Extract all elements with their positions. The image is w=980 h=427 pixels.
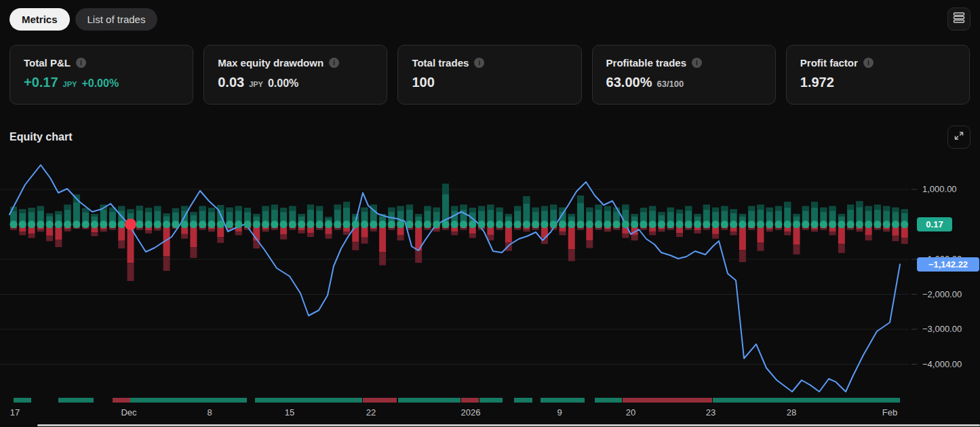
trade-dot[interactable] <box>559 221 566 228</box>
trade-dot[interactable] <box>703 221 710 228</box>
trade-dot[interactable] <box>262 221 269 228</box>
trade-dot[interactable] <box>604 221 611 228</box>
trade-dot[interactable] <box>658 221 665 228</box>
trade-dot[interactable] <box>793 221 800 228</box>
horizontal-scrollbar[interactable] <box>37 424 980 426</box>
trade-dot[interactable] <box>667 221 674 228</box>
trade-dot[interactable] <box>334 221 341 228</box>
trade-dot[interactable] <box>784 221 791 228</box>
trade-dot[interactable] <box>550 221 557 228</box>
report-layout-button[interactable] <box>947 7 971 31</box>
trade-dot[interactable] <box>298 221 305 228</box>
trade-dot[interactable] <box>433 221 440 228</box>
trade-dot[interactable] <box>316 221 324 228</box>
trade-dot[interactable] <box>757 221 764 228</box>
trade-dot[interactable] <box>28 221 35 228</box>
trade-dot[interactable] <box>226 221 233 228</box>
trade-dot[interactable] <box>442 221 449 228</box>
trade-dot[interactable] <box>190 221 197 228</box>
trade-dot[interactable] <box>847 221 855 228</box>
trade-dot[interactable] <box>217 221 224 228</box>
trade-dot[interactable] <box>379 221 387 228</box>
trade-dot[interactable] <box>649 221 656 228</box>
trade-dot[interactable] <box>496 221 503 228</box>
trade-dot[interactable] <box>271 221 278 228</box>
trade-dot[interactable] <box>342 221 350 228</box>
trade-dot[interactable] <box>289 221 296 228</box>
trade-dot[interactable] <box>748 221 756 228</box>
trade-dot[interactable] <box>811 221 819 228</box>
trade-dot[interactable] <box>487 221 494 228</box>
trade-dot[interactable] <box>640 221 647 228</box>
trade-dot[interactable] <box>505 221 512 228</box>
trade-dot[interactable] <box>118 221 125 228</box>
trade-dot[interactable] <box>568 221 575 228</box>
trade-dot[interactable] <box>451 221 458 228</box>
trade-dot[interactable] <box>325 221 332 228</box>
trade-dot[interactable] <box>694 221 701 228</box>
trade-dot[interactable] <box>820 221 827 228</box>
tab-list-of-trades[interactable]: List of trades <box>75 8 158 31</box>
trade-dot[interactable] <box>523 221 530 228</box>
trade-dot[interactable] <box>469 221 476 228</box>
trade-dot[interactable] <box>514 221 522 228</box>
trade-dot[interactable] <box>685 221 692 228</box>
trade-dot[interactable] <box>181 221 189 228</box>
trade-dot[interactable] <box>109 221 116 228</box>
trade-dot[interactable] <box>82 221 90 228</box>
trade-dot[interactable] <box>370 221 377 228</box>
trade-dot[interactable] <box>100 221 107 228</box>
trade-dot[interactable] <box>424 221 431 228</box>
trade-dot[interactable] <box>244 221 252 228</box>
trade-dot[interactable] <box>199 221 206 228</box>
trade-dot[interactable] <box>541 221 548 228</box>
trade-dot[interactable] <box>478 221 486 228</box>
trade-dot-highlighted[interactable] <box>125 219 136 230</box>
trade-dot[interactable] <box>586 221 593 228</box>
trade-dot[interactable] <box>739 221 746 228</box>
trade-dot[interactable] <box>91 221 98 228</box>
trade-dot[interactable] <box>766 221 773 228</box>
trade-dot[interactable] <box>406 221 413 228</box>
trade-dot[interactable] <box>460 221 467 228</box>
trade-dot[interactable] <box>397 221 404 228</box>
trade-dot[interactable] <box>136 221 143 228</box>
trade-dot[interactable] <box>208 221 215 228</box>
trade-dot[interactable] <box>46 221 54 228</box>
trade-dot[interactable] <box>631 221 638 228</box>
trade-dot[interactable] <box>361 221 368 228</box>
trade-dot[interactable] <box>874 221 881 228</box>
trade-dot[interactable] <box>55 221 62 228</box>
trade-dot[interactable] <box>154 221 161 228</box>
trade-dot[interactable] <box>37 221 44 228</box>
trade-dot[interactable] <box>892 221 899 228</box>
trade-dot[interactable] <box>865 221 872 228</box>
trade-dot[interactable] <box>829 221 836 228</box>
trade-dot[interactable] <box>235 221 242 228</box>
trade-dot[interactable] <box>19 221 26 228</box>
trade-dot[interactable] <box>280 221 288 228</box>
tab-metrics[interactable]: Metrics <box>9 8 70 31</box>
trade-dot[interactable] <box>532 221 539 228</box>
trade-dot[interactable] <box>775 221 782 228</box>
trade-dot[interactable] <box>64 221 71 228</box>
trade-dot[interactable] <box>595 221 602 228</box>
trade-dot[interactable] <box>721 221 728 228</box>
info-icon[interactable]: i <box>474 58 484 68</box>
trade-dot[interactable] <box>415 221 423 228</box>
trade-dot[interactable] <box>730 221 737 228</box>
trade-dot[interactable] <box>622 221 629 228</box>
trade-dot[interactable] <box>163 221 170 228</box>
trade-dot[interactable] <box>352 221 359 228</box>
trade-dot[interactable] <box>613 221 621 228</box>
trade-dot[interactable] <box>307 221 314 228</box>
trade-dot[interactable] <box>10 221 18 228</box>
trade-dot[interactable] <box>145 221 153 228</box>
trade-dot[interactable] <box>577 221 585 228</box>
info-icon[interactable]: i <box>692 58 702 68</box>
trade-dot[interactable] <box>712 221 720 228</box>
info-icon[interactable]: i <box>76 58 86 68</box>
trade-dot[interactable] <box>901 221 908 228</box>
trade-dot[interactable] <box>253 221 260 228</box>
trade-dot[interactable] <box>883 221 890 228</box>
